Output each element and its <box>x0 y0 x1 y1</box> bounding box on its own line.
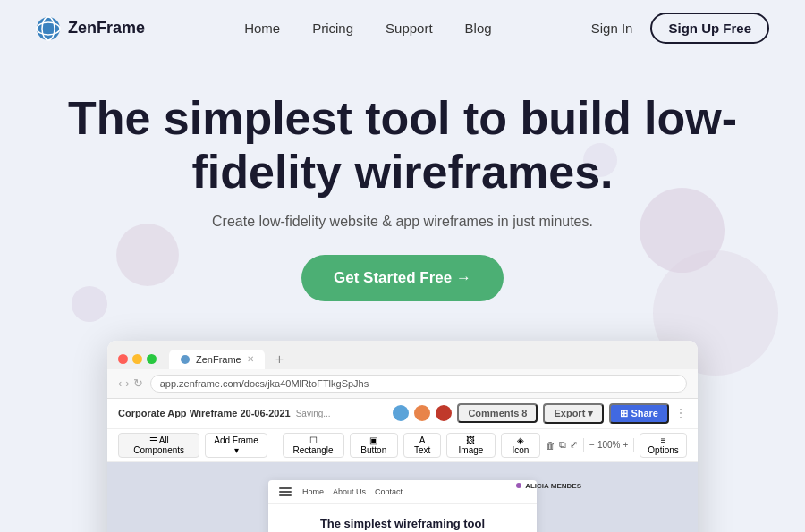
dot-close[interactable] <box>118 354 128 364</box>
saving-status: Saving... <box>296 409 331 418</box>
logo[interactable]: ZenFrame <box>36 16 145 41</box>
nav-blog[interactable]: Blog <box>465 21 492 37</box>
new-tab-button[interactable]: + <box>272 351 287 367</box>
zoom-level: 100% <box>597 440 621 450</box>
mini-content: The simplest wireframing tool Call to ac… <box>268 504 537 532</box>
mini-nav: Home About Us Contact <box>268 480 537 504</box>
resize-icon[interactable]: ⤢ <box>570 439 578 451</box>
svg-point-0 <box>37 17 60 40</box>
text-tool[interactable]: A Text <box>403 433 441 458</box>
rectangle-tool[interactable]: ☐ Rectangle <box>283 433 344 458</box>
dot-minimize[interactable] <box>132 354 142 364</box>
sign-in-link[interactable]: Sign In <box>591 21 633 36</box>
mini-hamburger-icon <box>279 487 292 496</box>
mini-preview-title: The simplest wireframing tool <box>283 517 522 532</box>
browser-tab[interactable]: ZenFrame ✕ <box>169 350 265 369</box>
zoom-out-btn[interactable]: − <box>589 440 595 450</box>
dot-fullscreen[interactable] <box>147 354 157 364</box>
hero-section: The simplest tool to build low-fidelity … <box>0 56 805 319</box>
tab-title: ZenFrame <box>196 354 242 365</box>
cta-button[interactable]: Get Started Free → <box>301 255 504 301</box>
toolbar-divider-3 <box>633 438 634 452</box>
back-button[interactable]: ‹ <box>118 376 122 390</box>
hero-subtitle: Create low-fidelity website & app wirefr… <box>36 214 769 230</box>
options-btn[interactable]: ≡ Options <box>640 433 687 458</box>
export-button[interactable]: Export ▾ <box>543 403 604 424</box>
share-button[interactable]: ⊞ Share <box>609 403 669 424</box>
nav-home[interactable]: Home <box>244 21 280 37</box>
mini-nav-about: About Us <box>333 487 366 496</box>
element-toolbar: ☰ All Components Add Frame ▾ ☐ Rectangle… <box>107 429 698 462</box>
browser-nav-buttons: ‹ › ↻ <box>118 376 143 390</box>
avatar-3 <box>436 405 452 421</box>
add-frame-btn[interactable]: Add Frame ▾ <box>205 433 267 458</box>
browser-dots <box>118 354 157 364</box>
delete-icon[interactable]: 🗑 <box>546 440 555 451</box>
cursor-alicia: ALICIA MENDES <box>516 482 581 490</box>
kebab-menu[interactable]: ⋮ <box>674 406 687 420</box>
toolbar-divider-2 <box>583 438 584 452</box>
canvas-area[interactable]: Home About Us Contact The simplest wiref… <box>107 462 698 532</box>
all-components-btn[interactable]: ☰ All Components <box>118 433 199 458</box>
hero-title: The simplest tool to build low-fidelity … <box>63 92 742 199</box>
comments-button[interactable]: Comments 8 <box>457 403 538 423</box>
button-tool[interactable]: ▣ Button <box>350 433 398 458</box>
zoom-in-btn[interactable]: + <box>623 440 629 450</box>
browser-container: ZenFrame ✕ + ‹ › ↻ app.zenframe.com/docs… <box>107 341 698 532</box>
mini-nav-links: Home About Us Contact <box>302 487 402 496</box>
browser-toolbar: ‹ › ↻ app.zenframe.com/docs/jka40MlRtoFT… <box>107 369 698 399</box>
tab-close-btn[interactable]: ✕ <box>247 354 254 364</box>
reload-button[interactable]: ↻ <box>133 376 143 390</box>
app-toolbar-left: Corporate App Wireframe 20-06-2021 Savin… <box>118 408 331 418</box>
cursor-dot-alicia <box>516 483 521 488</box>
brand-name: ZenFrame <box>68 19 145 38</box>
mini-preview: Home About Us Contact The simplest wiref… <box>268 480 537 532</box>
mini-nav-home: Home <box>302 487 324 496</box>
logo-icon <box>36 16 61 41</box>
nav-support[interactable]: Support <box>386 21 433 37</box>
nav-links: Home Pricing Support Blog <box>244 21 491 37</box>
navbar: ZenFrame Home Pricing Support Blog Sign … <box>0 0 805 56</box>
sign-up-button[interactable]: Sign Up Free <box>650 13 769 44</box>
toolbar-right: Comments 8 Export ▾ ⊞ Share ⋮ <box>393 403 687 424</box>
zoom-control[interactable]: − 100% + <box>589 440 628 450</box>
mini-nav-contact: Contact <box>375 487 402 496</box>
icon-tool[interactable]: ◈ Icon <box>501 433 541 458</box>
duplicate-icon[interactable]: ⧉ <box>559 439 566 451</box>
nav-right: Sign In Sign Up Free <box>591 13 769 44</box>
svg-point-3 <box>181 355 190 364</box>
browser-window: ZenFrame ✕ + ‹ › ↻ app.zenframe.com/docs… <box>107 341 698 532</box>
toolbar-divider-1 <box>275 438 275 452</box>
forward-button[interactable]: › <box>125 376 129 390</box>
browser-chrome: ZenFrame ✕ + <box>107 341 698 369</box>
tab-favicon <box>180 354 191 365</box>
address-bar[interactable]: app.zenframe.com/docs/jka40MlRtoFTlkgSpJ… <box>150 375 687 393</box>
avatar-1 <box>393 405 409 421</box>
nav-pricing[interactable]: Pricing <box>312 21 353 37</box>
avatar-2 <box>414 405 430 421</box>
app-toolbar: Corporate App Wireframe 20-06-2021 Savin… <box>107 399 698 429</box>
image-tool[interactable]: 🖼 Image <box>446 433 495 458</box>
project-name: Corporate App Wireframe 20-06-2021 <box>118 408 291 418</box>
element-toolbar-right: 🗑 ⧉ ⤢ − 100% + ≡ Options <box>546 433 687 458</box>
